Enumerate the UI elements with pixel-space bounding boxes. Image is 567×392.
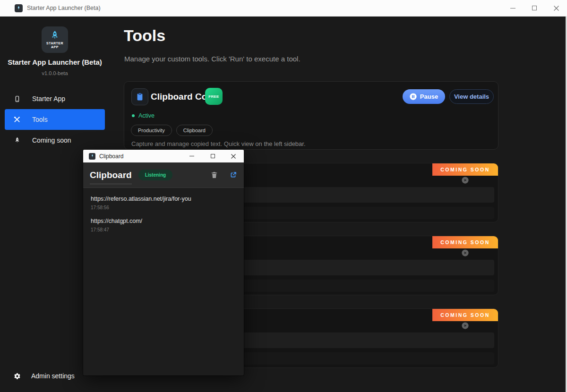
app-logo-icon [15,4,23,12]
clipboard-item[interactable]: https://referso.atlassian.net/jira/for-y… [91,195,236,210]
clipboard-item[interactable]: https://chatgpt.com/ 17:58:47 [91,217,236,232]
sidebar-item-label: Starter App [32,95,65,102]
sidebar-item-coming-soon[interactable]: Coming soon [5,131,105,149]
maximize-icon [211,154,215,158]
close-icon [554,6,559,11]
coming-soon-ribbon: COMING SOON [432,163,498,176]
main-titlebar: Starter App Launcher (Beta) [0,0,567,17]
app-logo: STARTER APP [42,26,68,53]
coming-soon-ribbon: COMING SOON [432,236,498,248]
minimize-button[interactable] [181,150,202,162]
phone-icon [13,95,21,102]
clipboard-item-time: 17:58:47 [91,227,236,232]
close-icon [231,154,236,159]
clipboard-window-title: Clipboard [99,153,123,160]
clipboard-item-text: https://referso.atlassian.net/jira/for-y… [91,195,236,203]
tools-icon [13,116,21,123]
maximize-button[interactable] [202,150,223,162]
maximize-button[interactable] [524,0,545,16]
app-logo-icon [89,153,95,160]
sidebar-item-label: Tools [32,116,48,123]
clipboard-icon [135,92,145,102]
rocket-icon [49,30,60,42]
sidebar-item-starter-app[interactable]: Starter App [5,90,105,108]
rocket-icon [90,154,94,158]
logo-text-line1: STARTER [46,42,63,45]
tool-status: Active [132,112,155,119]
clipboard-window-controls [181,150,244,162]
logo-text-line2: APP [51,45,59,49]
tool-card-clipboard-copy: Clipboard Copy FREE Pause View details A… [124,81,498,150]
admin-settings-label: Admin settings [31,372,75,380]
minimize-button[interactable] [502,0,524,16]
sidebar-nav: Starter App Tools [0,88,110,151]
sidebar-version: v1.0.0-beta [0,70,110,76]
maximize-icon [532,6,537,10]
tag-clipboard: Clipboard [176,125,213,136]
status-dot-icon [132,114,135,117]
page-title: Tools [124,26,165,45]
clipboard-heading: Clipboard [90,170,132,180]
sidebar-item-label: Coming soon [32,136,71,144]
gear-icon [13,372,21,380]
app-window: Starter App Launcher (Beta) [0,0,567,392]
tool-description: Capture and manage copied text. Quick vi… [131,140,306,147]
close-button[interactable] [545,0,567,16]
view-details-button[interactable]: View details [449,89,494,104]
coming-soon-ribbon: COMING SOON [432,309,498,321]
clipboard-item-time: 17:58:56 [91,205,236,210]
minimize-icon [189,156,194,156]
clipboard-window: Clipboard Clipboard Listening [83,150,244,375]
clipboard-titlebar: Clipboard [83,150,244,162]
sidebar-item-tools[interactable]: Tools [5,109,105,130]
free-badge: FREE [205,88,223,105]
clipboard-actions [210,171,237,179]
pause-button[interactable]: Pause [403,89,445,104]
pause-icon [410,93,417,100]
tool-tags: Productivity Clipboard [131,125,213,136]
rocket-icon [16,6,21,11]
tool-icon-box [131,88,148,105]
rocket-icon [13,136,21,144]
close-button[interactable] [223,150,244,162]
status-label: Active [138,112,155,119]
external-link-icon[interactable] [229,171,237,179]
trash-icon[interactable] [210,171,218,179]
play-circle-icon[interactable] [461,176,470,185]
sidebar-app-name: Starter App Launcher (Beta) [0,58,110,66]
listening-badge: Listening [138,170,172,180]
pause-label: Pause [420,93,438,100]
clipboard-item-text: https://chatgpt.com/ [91,217,236,225]
page-subtitle: Manage your custom tools. Click 'Run' to… [124,55,301,63]
clipboard-list: https://referso.atlassian.net/jira/for-y… [83,188,244,247]
window-controls [502,0,567,16]
minimize-icon [510,8,515,9]
play-circle-icon[interactable] [461,248,470,257]
view-details-label: View details [454,93,489,100]
clipboard-header: Clipboard Listening [83,162,244,188]
tag-productivity: Productivity [131,125,172,136]
window-title: Starter App Launcher (Beta) [27,5,101,11]
play-circle-icon[interactable] [461,321,470,330]
